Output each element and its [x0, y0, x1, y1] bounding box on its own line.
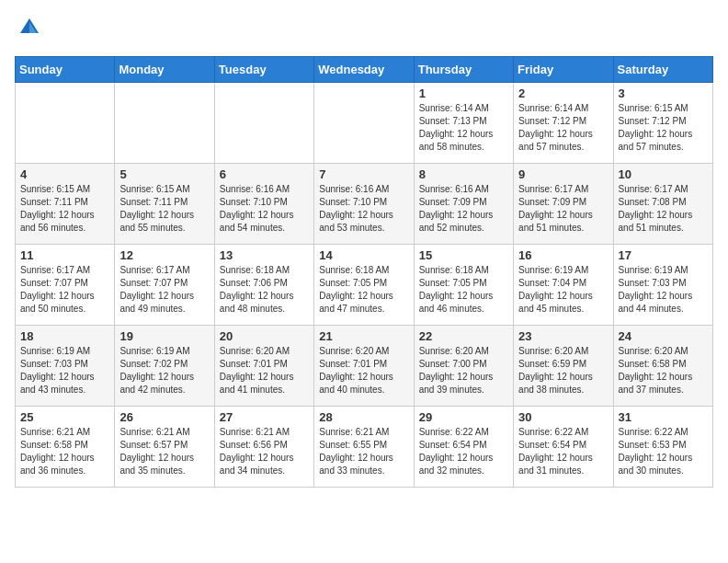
day-cell: 28Sunrise: 6:21 AM Sunset: 6:55 PM Dayli… [314, 406, 414, 487]
day-cell: 7Sunrise: 6:16 AM Sunset: 7:10 PM Daylig… [314, 163, 414, 244]
day-info: Sunrise: 6:21 AM Sunset: 6:58 PM Dayligh… [20, 426, 109, 477]
day-cell: 10Sunrise: 6:17 AM Sunset: 7:08 PM Dayli… [613, 163, 712, 244]
day-info: Sunrise: 6:16 AM Sunset: 7:09 PM Dayligh… [419, 183, 508, 235]
week-row-3: 11Sunrise: 6:17 AM Sunset: 7:07 PM Dayli… [16, 244, 713, 325]
day-number: 14 [319, 248, 408, 262]
day-info: Sunrise: 6:16 AM Sunset: 7:10 PM Dayligh… [319, 183, 408, 235]
day-number: 10 [619, 167, 708, 181]
day-info: Sunrise: 6:18 AM Sunset: 7:05 PM Dayligh… [419, 264, 508, 316]
day-cell: 26Sunrise: 6:21 AM Sunset: 6:57 PM Dayli… [115, 406, 214, 487]
weekday-wednesday: Wednesday [314, 56, 414, 82]
weekday-saturday: Saturday [613, 56, 712, 82]
weekday-thursday: Thursday [414, 56, 513, 82]
day-cell: 13Sunrise: 6:18 AM Sunset: 7:06 PM Dayli… [214, 244, 313, 325]
day-cell: 15Sunrise: 6:18 AM Sunset: 7:05 PM Dayli… [414, 244, 513, 325]
day-cell: 5Sunrise: 6:15 AM Sunset: 7:11 PM Daylig… [115, 163, 214, 244]
day-number: 19 [119, 329, 209, 343]
weekday-header-row: SundayMondayTuesdayWednesdayThursdayFrid… [16, 56, 713, 82]
day-cell: 25Sunrise: 6:21 AM Sunset: 6:58 PM Dayli… [16, 406, 115, 487]
day-cell: 12Sunrise: 6:17 AM Sunset: 7:07 PM Dayli… [115, 244, 214, 325]
calendar-body: 1Sunrise: 6:14 AM Sunset: 7:13 PM Daylig… [16, 82, 713, 487]
day-info: Sunrise: 6:17 AM Sunset: 7:07 PM Dayligh… [20, 264, 109, 316]
day-number: 8 [419, 167, 508, 181]
weekday-sunday: Sunday [16, 56, 115, 82]
day-cell: 31Sunrise: 6:22 AM Sunset: 6:53 PM Dayli… [613, 406, 712, 487]
day-info: Sunrise: 6:16 AM Sunset: 7:10 PM Dayligh… [220, 183, 309, 235]
day-info: Sunrise: 6:20 AM Sunset: 7:00 PM Dayligh… [419, 345, 508, 396]
day-info: Sunrise: 6:15 AM Sunset: 7:12 PM Dayligh… [619, 102, 708, 154]
day-info: Sunrise: 6:17 AM Sunset: 7:07 PM Dayligh… [119, 264, 209, 316]
day-cell [314, 82, 414, 163]
day-info: Sunrise: 6:21 AM Sunset: 6:57 PM Dayligh… [119, 426, 209, 477]
day-cell: 24Sunrise: 6:20 AM Sunset: 6:58 PM Dayli… [613, 325, 712, 406]
day-cell [115, 82, 214, 163]
day-number: 9 [518, 167, 608, 181]
logo-icon [17, 15, 42, 40]
day-info: Sunrise: 6:19 AM Sunset: 7:03 PM Dayligh… [619, 264, 708, 316]
day-cell [214, 82, 313, 163]
day-number: 16 [518, 248, 608, 262]
day-info: Sunrise: 6:14 AM Sunset: 7:13 PM Dayligh… [419, 102, 508, 154]
day-info: Sunrise: 6:22 AM Sunset: 6:53 PM Dayligh… [619, 426, 708, 477]
day-cell: 22Sunrise: 6:20 AM Sunset: 7:00 PM Dayli… [414, 325, 513, 406]
day-number: 27 [220, 410, 309, 424]
week-row-5: 25Sunrise: 6:21 AM Sunset: 6:58 PM Dayli… [16, 406, 713, 487]
day-info: Sunrise: 6:19 AM Sunset: 7:04 PM Dayligh… [518, 264, 608, 316]
day-info: Sunrise: 6:18 AM Sunset: 7:06 PM Dayligh… [220, 264, 309, 316]
day-cell: 18Sunrise: 6:19 AM Sunset: 7:03 PM Dayli… [16, 325, 115, 406]
day-cell [16, 82, 115, 163]
week-row-1: 1Sunrise: 6:14 AM Sunset: 7:13 PM Daylig… [16, 82, 713, 163]
day-number: 18 [20, 329, 109, 343]
day-cell: 8Sunrise: 6:16 AM Sunset: 7:09 PM Daylig… [414, 163, 513, 244]
day-number: 5 [119, 167, 209, 181]
day-info: Sunrise: 6:22 AM Sunset: 6:54 PM Dayligh… [419, 426, 508, 477]
day-number: 3 [619, 86, 708, 100]
day-info: Sunrise: 6:17 AM Sunset: 7:09 PM Dayligh… [518, 183, 608, 235]
day-number: 7 [319, 167, 408, 181]
logo [15, 15, 42, 45]
calendar-table: SundayMondayTuesdayWednesdayThursdayFrid… [15, 56, 713, 488]
day-info: Sunrise: 6:20 AM Sunset: 6:59 PM Dayligh… [518, 345, 608, 396]
day-cell: 3Sunrise: 6:15 AM Sunset: 7:12 PM Daylig… [613, 82, 712, 163]
day-cell: 19Sunrise: 6:19 AM Sunset: 7:02 PM Dayli… [115, 325, 214, 406]
day-cell: 6Sunrise: 6:16 AM Sunset: 7:10 PM Daylig… [214, 163, 313, 244]
day-info: Sunrise: 6:21 AM Sunset: 6:56 PM Dayligh… [220, 426, 309, 477]
day-cell: 16Sunrise: 6:19 AM Sunset: 7:04 PM Dayli… [514, 244, 613, 325]
day-number: 29 [419, 410, 508, 424]
day-cell: 20Sunrise: 6:20 AM Sunset: 7:01 PM Dayli… [214, 325, 313, 406]
day-number: 2 [518, 86, 608, 100]
day-number: 20 [220, 329, 309, 343]
day-info: Sunrise: 6:19 AM Sunset: 7:02 PM Dayligh… [119, 345, 209, 396]
day-info: Sunrise: 6:19 AM Sunset: 7:03 PM Dayligh… [20, 345, 109, 396]
day-number: 30 [518, 410, 608, 424]
weekday-tuesday: Tuesday [214, 56, 313, 82]
day-number: 26 [119, 410, 209, 424]
day-number: 13 [220, 248, 309, 262]
day-cell: 29Sunrise: 6:22 AM Sunset: 6:54 PM Dayli… [414, 406, 513, 487]
day-info: Sunrise: 6:14 AM Sunset: 7:12 PM Dayligh… [518, 102, 608, 154]
day-cell: 11Sunrise: 6:17 AM Sunset: 7:07 PM Dayli… [16, 244, 115, 325]
day-cell: 2Sunrise: 6:14 AM Sunset: 7:12 PM Daylig… [514, 82, 613, 163]
day-cell: 27Sunrise: 6:21 AM Sunset: 6:56 PM Dayli… [214, 406, 313, 487]
day-number: 1 [419, 86, 508, 100]
day-number: 25 [20, 410, 109, 424]
day-cell: 17Sunrise: 6:19 AM Sunset: 7:03 PM Dayli… [613, 244, 712, 325]
day-number: 4 [20, 167, 109, 181]
day-cell: 23Sunrise: 6:20 AM Sunset: 6:59 PM Dayli… [514, 325, 613, 406]
day-cell: 14Sunrise: 6:18 AM Sunset: 7:05 PM Dayli… [314, 244, 414, 325]
week-row-2: 4Sunrise: 6:15 AM Sunset: 7:11 PM Daylig… [16, 163, 713, 244]
day-number: 15 [419, 248, 508, 262]
day-info: Sunrise: 6:18 AM Sunset: 7:05 PM Dayligh… [319, 264, 408, 316]
day-cell: 30Sunrise: 6:22 AM Sunset: 6:54 PM Dayli… [514, 406, 613, 487]
day-info: Sunrise: 6:17 AM Sunset: 7:08 PM Dayligh… [619, 183, 708, 235]
weekday-friday: Friday [514, 56, 613, 82]
day-number: 24 [619, 329, 708, 343]
day-info: Sunrise: 6:20 AM Sunset: 7:01 PM Dayligh… [220, 345, 309, 396]
day-cell: 1Sunrise: 6:14 AM Sunset: 7:13 PM Daylig… [414, 82, 513, 163]
day-number: 6 [220, 167, 309, 181]
day-info: Sunrise: 6:21 AM Sunset: 6:55 PM Dayligh… [319, 426, 408, 477]
day-cell: 4Sunrise: 6:15 AM Sunset: 7:11 PM Daylig… [16, 163, 115, 244]
day-number: 23 [518, 329, 608, 343]
page-header [15, 15, 713, 45]
day-info: Sunrise: 6:20 AM Sunset: 6:58 PM Dayligh… [619, 345, 708, 396]
